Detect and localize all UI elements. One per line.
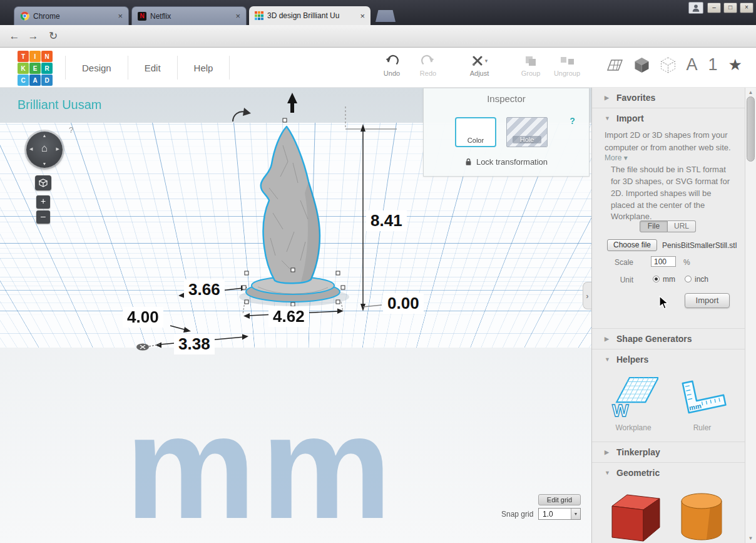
z-move-handle[interactable] bbox=[287, 93, 297, 113]
window-maximize-button[interactable]: □ bbox=[723, 3, 737, 13]
section-favorites[interactable]: ▶ Favorites bbox=[592, 88, 745, 108]
collapsed-arrow-icon: ▶ bbox=[605, 449, 611, 455]
menu-design[interactable]: Design bbox=[65, 56, 128, 80]
hole-label: Hole bbox=[513, 136, 541, 143]
view-navigation-orb[interactable]: ▲ ⌂ ▼ ◀ ▶ bbox=[26, 132, 63, 168]
tab-label: 3D design Brilliant Uu bbox=[267, 11, 355, 20]
lock-transformation-toggle[interactable]: Lock transformation bbox=[424, 157, 589, 167]
section-tinkerplay[interactable]: ▶ Tinkerplay bbox=[592, 442, 745, 462]
logo-cell: D bbox=[41, 75, 53, 86]
design-title[interactable]: Brilliant Uusam bbox=[18, 98, 101, 112]
solid-view-icon[interactable] bbox=[634, 57, 650, 73]
orb-up-icon[interactable]: ▲ bbox=[26, 133, 63, 138]
new-tab-button[interactable] bbox=[375, 10, 396, 22]
back-button[interactable]: ← bbox=[6, 28, 23, 44]
zoom-in-button[interactable]: + bbox=[36, 195, 50, 209]
section-helpers[interactable]: ▼ Helpers bbox=[592, 349, 745, 369]
unit-inch-radio[interactable] bbox=[685, 276, 692, 282]
workplane-letter: W bbox=[612, 401, 629, 420]
favorite-star-icon[interactable]: ★ bbox=[728, 56, 742, 74]
dim-offset-left[interactable]: 4.00 bbox=[123, 307, 163, 328]
import-intro-text: Import 2D or 3D shapes from your compute… bbox=[605, 129, 736, 153]
shape-cylinder-orange[interactable] bbox=[678, 491, 725, 543]
browser-tab-netflix[interactable]: N Netflix × bbox=[131, 6, 247, 25]
model-body[interactable] bbox=[261, 127, 320, 283]
origin-marker[interactable] bbox=[136, 344, 149, 351]
inspector-help-icon[interactable]: ? bbox=[570, 116, 575, 126]
dim-offset-front[interactable]: 3.38 bbox=[174, 334, 215, 354]
orb-left-icon[interactable]: ◀ bbox=[29, 147, 33, 152]
sidebar-scrollbar[interactable]: ▲ ▼ bbox=[745, 88, 756, 543]
collapsed-arrow-icon: ▶ bbox=[605, 336, 611, 342]
lock-icon bbox=[465, 158, 472, 166]
forward-button[interactable]: → bbox=[25, 28, 41, 44]
annotation-icon[interactable]: A bbox=[687, 55, 698, 75]
unit-mm-label[interactable]: mm bbox=[663, 275, 675, 284]
workplane-toggle-icon[interactable] bbox=[606, 58, 623, 73]
rotate-handle-icon[interactable] bbox=[233, 108, 251, 122]
section-label: Import bbox=[616, 113, 644, 123]
edit-toolbar: Undo Redo ▾ Adjust Group bbox=[374, 53, 585, 77]
logo-cell: R bbox=[41, 63, 53, 74]
tab-label: Netflix bbox=[150, 12, 230, 21]
logo-cell: T bbox=[18, 51, 29, 62]
unit-inch-label[interactable]: inch bbox=[695, 275, 708, 284]
import-button[interactable]: Import bbox=[685, 293, 730, 308]
expanded-arrow-icon: ▼ bbox=[605, 356, 611, 363]
hole-button[interactable]: Hole bbox=[506, 117, 548, 147]
redo-button[interactable]: Redo bbox=[411, 53, 446, 77]
section-geometric[interactable]: ▼ Geometric bbox=[592, 462, 745, 482]
tinkercad-logo[interactable]: T I N K E R C A D bbox=[18, 51, 53, 86]
scrollbar-thumb[interactable] bbox=[747, 96, 755, 162]
scale-input[interactable] bbox=[651, 256, 676, 267]
section-import[interactable]: ▼ Import bbox=[592, 108, 745, 128]
mouse-cursor bbox=[659, 296, 670, 311]
helper-workplane[interactable]: W bbox=[608, 373, 658, 420]
tab-close-icon[interactable]: × bbox=[359, 11, 365, 21]
file-tab-button[interactable]: File bbox=[640, 220, 668, 232]
window-minimize-button[interactable]: – bbox=[707, 3, 721, 13]
undo-button[interactable]: Undo bbox=[374, 53, 409, 77]
profile-button[interactable] bbox=[688, 2, 703, 14]
browser-tab-chrome[interactable]: Chrome × bbox=[14, 6, 129, 25]
snap-grid-select[interactable]: 1.0 ▼ bbox=[538, 508, 581, 520]
choose-file-button[interactable]: Choose file bbox=[607, 239, 657, 251]
scroll-up-icon[interactable]: ▲ bbox=[745, 90, 756, 95]
lock-label: Lock transformation bbox=[476, 157, 548, 167]
menu-edit[interactable]: Edit bbox=[128, 56, 178, 80]
browser-tab-tinkercad[interactable]: 3D design Brilliant Uu × bbox=[249, 6, 370, 25]
dim-front-depth[interactable]: 3.66 bbox=[184, 279, 225, 300]
wireframe-view-icon[interactable] bbox=[660, 57, 676, 73]
dim-elevation[interactable]: 0.00 bbox=[383, 293, 424, 314]
dim-base-width[interactable]: 4.62 bbox=[268, 306, 309, 327]
edit-grid-button[interactable]: Edit grid bbox=[538, 494, 581, 505]
tab-close-icon[interactable]: × bbox=[116, 11, 123, 21]
scroll-down-icon[interactable]: ▼ bbox=[745, 535, 756, 541]
browser-navbar: ← → ↻ https://www.tinkercad.com/things/h… bbox=[0, 25, 756, 48]
orb-down-icon[interactable]: ▼ bbox=[26, 162, 63, 166]
import-more-link[interactable]: More ▾ bbox=[605, 153, 628, 162]
section-shape-generators[interactable]: ▶ Shape Generators bbox=[592, 328, 745, 348]
chosen-filename: PenisBitSmallerStill.stl bbox=[662, 241, 737, 250]
url-tab-button[interactable]: URL bbox=[668, 220, 696, 232]
menu-help[interactable]: Help bbox=[178, 56, 230, 80]
shape-box-red[interactable] bbox=[606, 486, 666, 542]
window-close-button[interactable]: × bbox=[740, 3, 753, 13]
tab-close-icon[interactable]: × bbox=[234, 11, 240, 21]
help-question-icon[interactable]: ? bbox=[69, 125, 73, 135]
color-button[interactable]: Color bbox=[455, 117, 496, 147]
dim-height[interactable]: 8.41 bbox=[366, 210, 407, 231]
group-button[interactable]: Group bbox=[513, 53, 548, 77]
view-cube-button[interactable] bbox=[35, 175, 51, 190]
helper-ruler[interactable]: mm bbox=[677, 375, 727, 420]
ungroup-button[interactable]: Ungroup bbox=[549, 53, 585, 77]
zoom-out-button[interactable]: – bbox=[36, 210, 50, 224]
logo-cell: E bbox=[29, 63, 41, 74]
design-canvas[interactable]: mm bbox=[0, 88, 591, 543]
number-icon[interactable]: 1 bbox=[708, 55, 718, 75]
adjust-button[interactable]: ▾ Adjust bbox=[462, 53, 497, 77]
reload-button[interactable]: ↻ bbox=[45, 28, 61, 44]
orb-right-icon[interactable]: ▶ bbox=[56, 147, 59, 152]
unit-mm-radio[interactable] bbox=[653, 276, 660, 282]
sidebar-collapse-handle[interactable]: › bbox=[583, 282, 591, 309]
